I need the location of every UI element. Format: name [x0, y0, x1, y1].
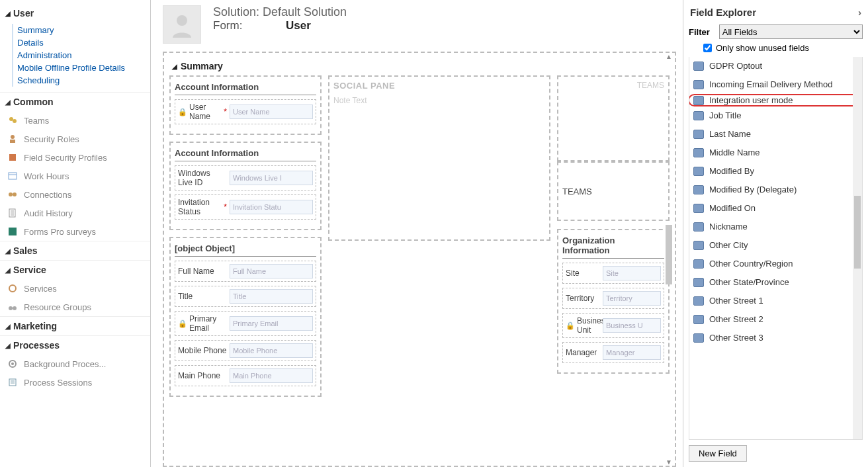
field-item-last-name[interactable]: Last Name — [689, 125, 862, 144]
field-item-other-country[interactable]: Other Country/Region — [689, 255, 862, 273]
scroll-thumb[interactable] — [666, 225, 672, 284]
field-item-other-street-1[interactable]: Other Street 1 — [689, 292, 862, 310]
common-item-work-hours[interactable]: Work Hours — [0, 167, 150, 185]
connections-icon — [7, 189, 19, 200]
section-summary-header[interactable]: ◢ Summary — [169, 57, 670, 75]
box-title: Account Information — [175, 146, 316, 161]
field-item-job-title[interactable]: Job Title — [689, 106, 862, 125]
svg-point-13 — [13, 306, 17, 310]
svg-rect-10 — [9, 228, 17, 235]
field-territory[interactable]: TerritoryTerritory — [562, 288, 664, 309]
field-list-scrollbar[interactable] — [853, 57, 862, 439]
scroll-thumb[interactable] — [854, 196, 861, 269]
field-item-other-street-2[interactable]: Other Street 2 — [689, 310, 862, 329]
teams-subgrid[interactable]: TEAMS — [557, 161, 670, 221]
unused-fields-checkbox[interactable] — [703, 44, 712, 52]
new-field-button[interactable]: New Field — [689, 445, 747, 462]
field-security-icon — [7, 151, 19, 163]
social-pane-box[interactable]: SOCIAL PANE Note Text — [328, 75, 550, 241]
common-header[interactable]: ◢ Common — [0, 92, 150, 111]
collapse-triangle-icon: ◢ — [5, 10, 11, 17]
marketing-header[interactable]: ◢Marketing — [0, 316, 150, 335]
common-item-teams[interactable]: Teams — [0, 111, 150, 130]
entity-avatar — [163, 5, 201, 44]
processes-item-sessions[interactable]: Process Sessions — [0, 373, 150, 392]
account-info-1-box[interactable]: Account Information 🔒User Name* User Nam… — [169, 75, 322, 135]
field-icon — [693, 241, 704, 250]
chevron-right-icon[interactable]: › — [858, 7, 861, 18]
field-item-modified-on[interactable]: Modified On — [689, 199, 862, 218]
service-item-resource-groups[interactable]: Resource Groups — [0, 298, 150, 316]
field-primary-email[interactable]: 🔒Primary EmailPrimary Email — [175, 311, 316, 336]
account-info-2-box[interactable]: Account Information Windows Live ID Wind… — [169, 142, 322, 230]
processes-header[interactable]: ◢Processes — [0, 335, 150, 355]
common-title: Common — [13, 97, 54, 107]
field-business-unit[interactable]: 🔒Business Unit*Business U — [562, 313, 664, 338]
field-explorer-title: Field Explorer — [690, 7, 756, 18]
field-item-modified-by[interactable]: Modified By — [689, 162, 862, 181]
field-list: GDPR Optout Incoming Email Delivery Meth… — [689, 57, 863, 440]
nav-administration[interactable]: Administration — [12, 49, 150, 62]
form-canvas[interactable]: ◢ Summary Account Information 🔒User Name… — [163, 52, 676, 467]
field-main-phone[interactable]: Main PhoneMain Phone — [175, 365, 316, 386]
filter-select[interactable]: All Fields — [719, 24, 863, 39]
field-item-nickname[interactable]: Nickname — [689, 218, 862, 236]
field-input[interactable]: Invitation Statu — [230, 200, 313, 214]
field-item-other-street-3[interactable]: Other Street 3 — [689, 329, 862, 347]
field-item-incoming-email[interactable]: Incoming Email Delivery Method — [689, 75, 862, 94]
field-site[interactable]: SiteSite — [562, 263, 664, 284]
background-process-icon — [7, 358, 19, 370]
field-manager[interactable]: ManagerManager — [562, 342, 664, 363]
entity-nav-header[interactable]: ◢ User — [0, 4, 150, 22]
nav-scheduling[interactable]: Scheduling — [12, 74, 150, 87]
field-full-name[interactable]: Full NameFull Name — [175, 261, 316, 282]
scroll-up-icon[interactable]: ▲ — [664, 53, 673, 60]
scroll-down-icon[interactable]: ▼ — [664, 458, 673, 466]
form-designer-canvas: Solution: Default Solution Form: User ◢ … — [151, 0, 683, 467]
process-sessions-icon — [7, 376, 19, 388]
required-star: * — [224, 107, 227, 116]
field-input[interactable]: User Name — [230, 105, 313, 119]
field-icon — [693, 185, 704, 194]
field-icon — [693, 111, 704, 120]
field-item-gdpr-optout[interactable]: GDPR Optout — [689, 57, 862, 75]
field-item-middle-name[interactable]: Middle Name — [689, 144, 862, 162]
field-icon — [693, 204, 704, 213]
service-header[interactable]: ◢Service — [0, 260, 150, 279]
svg-point-12 — [9, 306, 13, 310]
field-windows-live-id[interactable]: Windows Live ID Windows Live I — [175, 165, 316, 191]
user-info-box[interactable]: [object Object] Full NameFull Name Title… — [169, 237, 322, 397]
services-icon — [7, 282, 19, 294]
nav-mobile-offline[interactable]: Mobile Offline Profile Details — [12, 62, 150, 74]
nav-details[interactable]: Details — [12, 36, 150, 49]
field-item-other-state[interactable]: Other State/Province — [689, 273, 862, 292]
resource-groups-icon — [7, 301, 19, 313]
field-item-modified-by-delegate[interactable]: Modified By (Delegate) — [689, 181, 862, 199]
teams-subgrid-ghost[interactable]: TEAMS — [557, 75, 670, 161]
field-item-integration-user-mode[interactable]: Integration user mode — [689, 94, 863, 106]
common-item-security-roles[interactable]: Security Roles — [0, 130, 150, 148]
collapse-triangle-icon: ◢ — [172, 63, 177, 70]
svg-rect-4 — [9, 154, 16, 161]
field-user-name[interactable]: 🔒User Name* User Name — [175, 99, 316, 124]
field-title[interactable]: TitleTitle — [175, 286, 316, 307]
field-invitation-status[interactable]: Invitation Status* Invitation Statu — [175, 194, 316, 220]
common-item-connections[interactable]: Connections — [0, 185, 150, 204]
field-input[interactable]: Windows Live I — [230, 171, 313, 185]
nav-summary[interactable]: Summary — [12, 24, 150, 36]
common-item-audit-history[interactable]: Audit History — [0, 204, 150, 222]
common-item-forms-pro[interactable]: Forms Pro surveys — [0, 222, 150, 241]
field-icon — [693, 278, 704, 287]
box-title: Organization Information — [562, 233, 664, 259]
field-mobile-phone[interactable]: Mobile PhoneMobile Phone — [175, 340, 316, 361]
field-item-other-city[interactable]: Other City — [689, 236, 862, 255]
svg-rect-3 — [10, 140, 15, 143]
social-pane-title: SOCIAL PANE — [333, 81, 545, 91]
organization-info-box[interactable]: Organization Information SiteSite Territ… — [557, 229, 670, 374]
service-item-services[interactable]: Services — [0, 279, 150, 298]
collapse-triangle-icon: ◢ — [5, 267, 11, 274]
processes-item-background[interactable]: Background Proces... — [0, 355, 150, 373]
sales-header[interactable]: ◢Sales — [0, 241, 150, 260]
canvas-scrollbar[interactable]: ▲ ▼ — [664, 53, 673, 466]
common-item-field-security[interactable]: Field Security Profiles — [0, 148, 150, 167]
